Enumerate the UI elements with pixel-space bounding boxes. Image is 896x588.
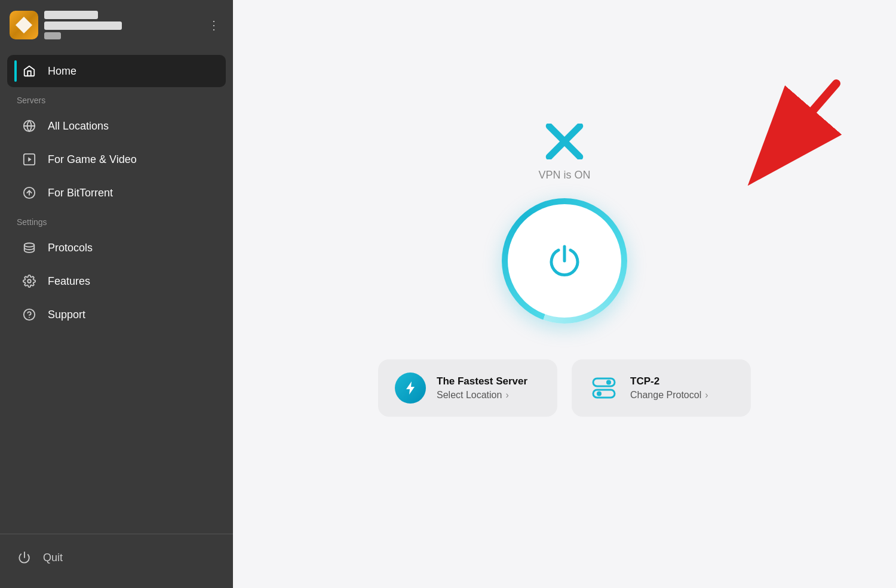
servers-section-label: Servers — [0, 88, 233, 109]
support-label: Support — [48, 309, 85, 321]
sidebar-nav: Home Servers All Locations — [0, 49, 233, 534]
sidebar-header: ⋮ — [0, 0, 233, 49]
sidebar: ⋮ Home Servers — [0, 0, 233, 588]
svg-point-18 — [606, 380, 611, 385]
protocol-chevron-icon: › — [705, 390, 708, 401]
settings-section-label: Settings — [0, 210, 233, 230]
vpn-status-text: VPN is ON — [538, 169, 590, 181]
header-bar-3 — [44, 32, 61, 39]
svg-point-6 — [24, 243, 35, 247]
protocol-card-subtitle: Change Protocol › — [630, 390, 708, 401]
location-card-icon — [395, 372, 426, 404]
active-indicator — [14, 60, 17, 82]
power-icon — [17, 550, 32, 565]
svg-marker-16 — [406, 381, 415, 395]
bittorrent-label: For BitTorrent — [48, 187, 113, 199]
power-button-inner — [508, 204, 621, 318]
help-circle-icon — [22, 307, 37, 322]
svg-line-12 — [759, 84, 836, 173]
power-button[interactable] — [502, 198, 627, 324]
sidebar-footer: Quit — [0, 534, 233, 588]
location-card[interactable]: The Fastest Server Select Location › — [378, 359, 557, 417]
play-icon — [22, 152, 37, 167]
sidebar-item-game-video[interactable]: For Game & Video — [7, 143, 226, 176]
protocol-card[interactable]: TCP-2 Change Protocol › — [572, 359, 751, 417]
location-card-subtitle: Select Location › — [437, 390, 527, 401]
lightning-icon — [402, 380, 419, 396]
protocols-label: Protocols — [48, 242, 93, 254]
annotation-arrow — [717, 78, 848, 211]
protocol-icon — [588, 372, 619, 404]
quit-label: Quit — [43, 552, 63, 564]
app-icon — [10, 11, 38, 39]
sidebar-item-protocols[interactable]: Protocols — [7, 232, 226, 264]
protocol-card-icon — [588, 372, 619, 404]
svg-rect-17 — [593, 378, 615, 386]
globe-icon — [22, 118, 37, 134]
sidebar-item-support[interactable]: Support — [7, 298, 226, 331]
main-content: VPN is ON The Fastest Server Se — [233, 0, 896, 588]
header-bar-1 — [44, 11, 98, 19]
more-options-button[interactable]: ⋮ — [204, 16, 223, 35]
layers-icon — [22, 240, 37, 255]
svg-point-7 — [27, 279, 31, 283]
home-icon — [22, 63, 37, 79]
game-video-label: For Game & Video — [48, 153, 137, 166]
quit-button[interactable]: Quit — [14, 544, 219, 571]
all-locations-label: All Locations — [48, 120, 109, 133]
bottom-cards: The Fastest Server Select Location › — [378, 359, 751, 417]
header-bar-2 — [44, 21, 122, 30]
sidebar-item-features[interactable]: Features — [7, 265, 226, 297]
protocol-card-text: TCP-2 Change Protocol › — [630, 375, 708, 401]
sidebar-item-home[interactable]: Home — [7, 55, 226, 87]
location-card-title: The Fastest Server — [437, 375, 527, 387]
sidebar-item-bittorrent[interactable]: For BitTorrent — [7, 177, 226, 209]
header-text-block — [44, 11, 198, 39]
gear-icon — [22, 273, 37, 289]
vpn-center: VPN is ON — [502, 124, 627, 324]
location-card-text: The Fastest Server Select Location › — [437, 375, 527, 401]
features-label: Features — [48, 275, 90, 288]
power-button-icon — [545, 242, 584, 280]
svg-marker-3 — [28, 157, 32, 161]
svg-rect-19 — [593, 390, 615, 398]
upload-icon — [22, 185, 37, 201]
vpn-logo-icon — [543, 124, 586, 159]
sidebar-home-label: Home — [48, 65, 76, 78]
sidebar-item-all-locations[interactable]: All Locations — [7, 110, 226, 142]
protocol-card-title: TCP-2 — [630, 375, 708, 387]
location-chevron-icon: › — [505, 390, 508, 401]
svg-point-20 — [597, 392, 602, 396]
